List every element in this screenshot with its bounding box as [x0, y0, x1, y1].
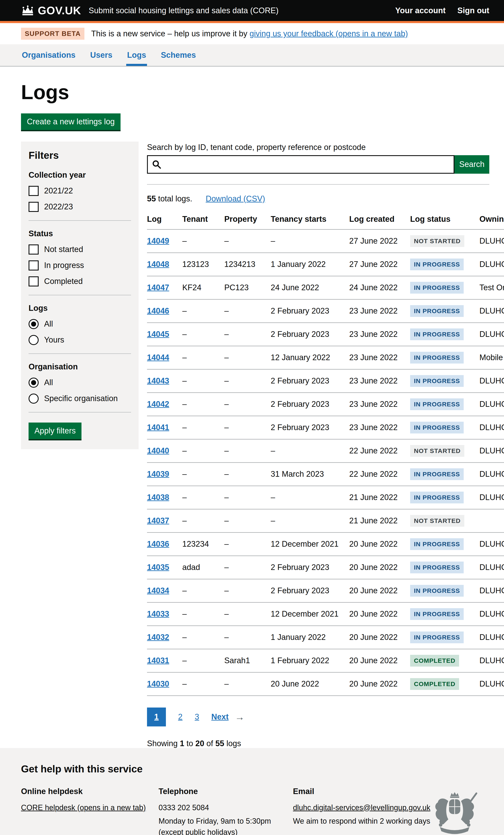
column-header-property: Property: [224, 209, 271, 229]
your-account-link[interactable]: Your account: [395, 6, 446, 15]
cell-tenancy_starts: 2 February 2023: [271, 579, 349, 602]
checkbox-status-completed[interactable]: [28, 277, 39, 286]
header-inner: GOV.UK Submit social housing lettings an…: [21, 4, 489, 17]
log-link[interactable]: 14038: [147, 493, 169, 502]
search-button[interactable]: Search: [455, 155, 489, 174]
showing-from: 1: [180, 739, 184, 748]
cell-property: –: [224, 509, 271, 532]
log-link[interactable]: 14036: [147, 539, 169, 548]
cell-log: 14033: [147, 602, 182, 626]
checkbox-collection-year-2022-23[interactable]: [28, 202, 39, 212]
cell-tenant: 123234: [182, 532, 224, 556]
filters-divider: [28, 353, 131, 354]
cell-owning: DLUHC Tes: [480, 602, 504, 626]
cell-log_created: 23 June 2022: [349, 346, 410, 369]
phase-banner-message: This is a new service – help us improve …: [91, 29, 249, 38]
cell-tenant: –: [182, 463, 224, 486]
log-link[interactable]: 14034: [147, 586, 169, 595]
cell-status: NOT STARTED: [410, 439, 480, 463]
pagination-next-link[interactable]: Next: [211, 712, 228, 721]
cell-log_created: 20 June 2022: [349, 672, 410, 696]
log-link[interactable]: 14033: [147, 609, 169, 618]
log-link[interactable]: 14048: [147, 260, 169, 269]
log-link[interactable]: 14047: [147, 283, 169, 292]
cell-tenancy_starts: 24 June 2022: [271, 276, 349, 299]
table-row: 14030––20 June 202220 June 2022COMPLETED…: [147, 672, 504, 696]
status-badge: IN PROGRESS: [410, 538, 464, 550]
log-link[interactable]: 14035: [147, 563, 169, 572]
cell-owning: DLUHC Tes: [480, 299, 504, 323]
cell-owning: DLUHC Tes: [480, 649, 504, 672]
cell-log: 14034: [147, 579, 182, 602]
cell-tenancy_starts: 1 January 2022: [271, 626, 349, 649]
cell-owning: DLUHC Tes: [480, 672, 504, 696]
cell-log: 14035: [147, 556, 182, 579]
showing-suffix: logs: [224, 739, 241, 748]
pagination-page-2[interactable]: 2: [178, 712, 182, 721]
cell-tenant: –: [182, 416, 224, 439]
log-link[interactable]: 14044: [147, 353, 169, 362]
radio-organisation-all[interactable]: [28, 378, 39, 388]
log-link[interactable]: 14041: [147, 423, 169, 432]
log-link[interactable]: 14032: [147, 633, 169, 641]
table-row: 14047KF24PC12324 June 202224 June 2022IN…: [147, 276, 504, 299]
cell-property: –: [224, 579, 271, 602]
tab-logs[interactable]: Logs: [126, 44, 147, 66]
pagination-page-3[interactable]: 3: [195, 712, 199, 721]
apply-filters-button[interactable]: Apply filters: [28, 423, 81, 439]
filter-option-label: Specific organisation: [44, 394, 118, 403]
logs-table: LogTenantPropertyTenancy startsLog creat…: [147, 209, 504, 696]
service-name[interactable]: Submit social housing lettings and sales…: [88, 6, 279, 15]
table-row: 14042––2 February 202323 June 2022IN PRO…: [147, 392, 504, 416]
log-link[interactable]: 14049: [147, 237, 169, 245]
cell-property: Sarah1: [224, 649, 271, 672]
cell-property: –: [224, 463, 271, 486]
cell-status: IN PROGRESS: [410, 486, 480, 509]
log-link[interactable]: 14046: [147, 306, 169, 315]
radio-logs-all[interactable]: [28, 319, 39, 329]
log-link[interactable]: 14030: [147, 679, 169, 688]
email-link[interactable]: dluhc.digital-services@levellingup.gov.u…: [293, 803, 430, 812]
log-link[interactable]: 14042: [147, 400, 169, 408]
cell-status: IN PROGRESS: [410, 299, 480, 323]
core-helpdesk-link[interactable]: CORE helpdesk (opens in a new tab): [21, 803, 146, 812]
cell-log_created: 21 June 2022: [349, 486, 410, 509]
sign-out-link[interactable]: Sign out: [457, 6, 489, 15]
tab-organisations[interactable]: Organisations: [21, 44, 77, 66]
checkbox-status-not-started[interactable]: [28, 244, 39, 254]
search-input[interactable]: [147, 155, 455, 174]
tab-users[interactable]: Users: [89, 44, 114, 66]
cell-tenancy_starts: 12 December 2021: [271, 602, 349, 626]
cell-tenant: 123123: [182, 253, 224, 276]
checkbox-status-in-progress[interactable]: [28, 260, 39, 270]
tab-schemes[interactable]: Schemes: [160, 44, 197, 66]
cell-log: 14048: [147, 253, 182, 276]
cell-property: –: [224, 323, 271, 346]
filter-heading-logs: Logs: [28, 304, 131, 313]
table-row: 14039––31 March 202322 June 2022IN PROGR…: [147, 463, 504, 486]
column-header-log-status: Log status: [410, 209, 480, 229]
govuk-logotype[interactable]: GOV.UK: [38, 4, 81, 17]
column-header-log-created: Log created: [349, 209, 410, 229]
log-link[interactable]: 14031: [147, 656, 169, 665]
pagination-current-page[interactable]: 1: [147, 708, 166, 727]
log-link[interactable]: 14043: [147, 376, 169, 385]
log-link[interactable]: 14040: [147, 446, 169, 455]
log-link[interactable]: 14039: [147, 470, 169, 478]
cell-tenant: –: [182, 672, 224, 696]
cell-owning: DLUHC Tes: [480, 463, 504, 486]
cell-owning: DLUHC: [480, 486, 504, 509]
radio-logs-yours[interactable]: [28, 335, 39, 345]
create-lettings-log-button[interactable]: Create a new lettings log: [21, 114, 121, 130]
checkbox-collection-year-2021-22[interactable]: [28, 186, 39, 196]
download-csv-link[interactable]: Download (CSV): [206, 194, 265, 203]
cell-tenant: –: [182, 602, 224, 626]
cell-tenant: –: [182, 439, 224, 463]
radio-organisation-specific-organisation[interactable]: [28, 393, 39, 404]
log-link[interactable]: 14037: [147, 516, 169, 525]
pagination-next-arrow-icon: →: [235, 711, 245, 722]
filter-option: 2022/23: [28, 202, 131, 212]
log-link[interactable]: 14045: [147, 330, 169, 339]
feedback-link[interactable]: giving us your feedback (opens in a new …: [249, 29, 408, 38]
cell-log: 14030: [147, 672, 182, 696]
